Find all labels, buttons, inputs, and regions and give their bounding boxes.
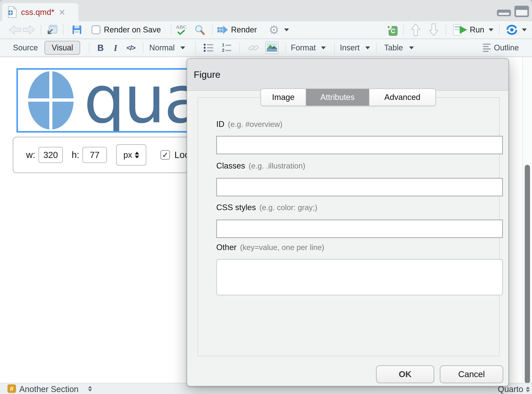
render-icon <box>217 25 228 34</box>
minimize-icon[interactable] <box>497 10 511 16</box>
width-input[interactable] <box>38 147 63 163</box>
check-icon: ✓ <box>162 150 169 159</box>
ok-button[interactable]: OK <box>376 365 434 383</box>
main-toolbar: Render on Save ABC Render ⚙ C + <box>0 21 532 39</box>
paragraph-style-caret-icon[interactable] <box>180 47 185 49</box>
maximize-icon[interactable] <box>514 6 529 17</box>
id-input[interactable] <box>216 136 503 154</box>
insert-menu-caret-icon[interactable] <box>365 47 370 49</box>
down-arrow-icon[interactable] <box>429 23 438 36</box>
outline-button[interactable]: Outline <box>483 43 519 52</box>
table-menu-caret-icon[interactable] <box>409 47 414 49</box>
logo-text: qua <box>84 70 203 131</box>
tab-title: css.qmd* <box>21 8 54 17</box>
classes-field-label: Classes (e.g. .illustration) <box>216 161 305 171</box>
svg-text:2: 2 <box>222 48 224 53</box>
italic-button[interactable]: I <box>114 43 117 53</box>
link-icon[interactable] <box>248 43 259 52</box>
dialog-title-bar: Figure <box>187 59 508 91</box>
dialog-tabs: Image Attributes Advanced <box>261 88 436 106</box>
other-input[interactable] <box>216 259 503 296</box>
id-field-label: ID (e.g. #overview) <box>216 120 282 129</box>
popout-icon[interactable] <box>47 25 57 35</box>
separator <box>89 42 89 53</box>
separator <box>171 24 171 35</box>
bullet-list-icon[interactable] <box>204 43 214 52</box>
classes-input[interactable] <box>216 178 503 196</box>
format-selector-arrows-icon <box>526 387 530 392</box>
sync-options-caret-icon[interactable] <box>522 28 527 31</box>
source-mode-button[interactable]: Source <box>13 43 38 52</box>
height-input[interactable] <box>82 147 107 163</box>
css-styles-input[interactable] <box>216 220 503 238</box>
close-icon[interactable]: × <box>59 7 65 17</box>
up-arrow-icon[interactable] <box>411 23 420 36</box>
image-button[interactable] <box>265 42 279 54</box>
paragraph-style-dropdown[interactable]: Normal <box>149 43 175 52</box>
image-icon <box>267 43 277 52</box>
separator <box>239 42 240 53</box>
render-on-save-checkbox[interactable] <box>92 26 100 34</box>
forward-icon[interactable] <box>23 25 35 35</box>
run-options-caret-icon[interactable] <box>489 28 493 31</box>
height-label: h: <box>72 150 79 160</box>
tab-bar: css.qmd* × <box>0 0 532 21</box>
svg-text:1: 1 <box>222 43 224 47</box>
dialog-title: Figure <box>194 69 220 80</box>
back-icon[interactable] <box>9 25 21 35</box>
render-options-caret-icon[interactable] <box>284 28 289 31</box>
quarto-file-icon <box>7 6 17 18</box>
units-select[interactable]: px <box>116 144 146 166</box>
section-nav-arrows-icon[interactable] <box>88 386 92 392</box>
separator <box>285 42 286 53</box>
render-button[interactable]: Render <box>231 25 257 34</box>
toolbar-right-group: C + Run <box>386 23 527 36</box>
separator <box>212 24 212 35</box>
separator <box>376 42 377 53</box>
scrollbar-thumb[interactable] <box>525 165 530 384</box>
source-sync-icon[interactable] <box>506 25 517 35</box>
save-icon[interactable] <box>72 25 82 34</box>
separator <box>446 24 446 35</box>
format-toolbar: Source Visual B I </> Normal 1 2 <box>0 39 532 57</box>
separator <box>195 42 196 53</box>
attributes-panel: ID (e.g. #overview) Classes (e.g. .illus… <box>198 97 500 356</box>
visual-mode-button[interactable]: Visual <box>45 41 80 55</box>
cancel-button[interactable]: Cancel <box>440 365 503 383</box>
run-button[interactable]: Run <box>470 25 484 34</box>
code-button[interactable]: </> <box>126 44 135 52</box>
tab-attributes[interactable]: Attributes <box>306 89 369 106</box>
section-hash-icon: # <box>7 384 16 393</box>
gear-icon[interactable]: ⚙ <box>269 24 279 36</box>
figure-dialog: Figure Image Attributes Advanced ID (e.g… <box>187 58 509 386</box>
separator <box>143 42 144 53</box>
other-field-label: Other (key=value, one per line) <box>216 243 324 252</box>
rstudio-window: css.qmd* × Render on Save <box>0 0 532 394</box>
separator <box>334 42 335 53</box>
format-menu-caret-icon[interactable] <box>321 47 326 49</box>
search-icon[interactable] <box>195 25 205 35</box>
units-value: px <box>123 150 132 160</box>
outline-icon <box>483 44 491 52</box>
outline-label: Outline <box>494 43 519 52</box>
separator <box>499 24 500 35</box>
bold-button[interactable]: B <box>97 43 104 53</box>
table-menu[interactable]: Table <box>384 43 403 52</box>
run-icon <box>453 24 467 36</box>
tab-image[interactable]: Image <box>261 89 306 106</box>
tab-advanced[interactable]: Advanced <box>369 89 435 106</box>
insert-chunk-icon[interactable]: C + <box>386 24 398 36</box>
select-arrows-icon <box>135 152 139 158</box>
insert-menu[interactable]: Insert <box>340 43 360 52</box>
scrollbar-track[interactable] <box>522 57 532 383</box>
separator <box>63 24 63 35</box>
width-label: w: <box>26 150 35 160</box>
render-on-save-label: Render on Save <box>104 25 161 34</box>
separator <box>403 24 404 35</box>
format-menu[interactable]: Format <box>291 43 316 52</box>
spellcheck-icon[interactable]: ABC <box>175 24 187 36</box>
lock-ratio-checkbox[interactable]: ✓ <box>160 150 170 160</box>
section-navigation[interactable]: Another Section <box>19 384 78 394</box>
numbered-list-icon[interactable]: 1 2 <box>222 43 232 53</box>
tab-css-qmd[interactable]: css.qmd* × <box>2 3 78 21</box>
